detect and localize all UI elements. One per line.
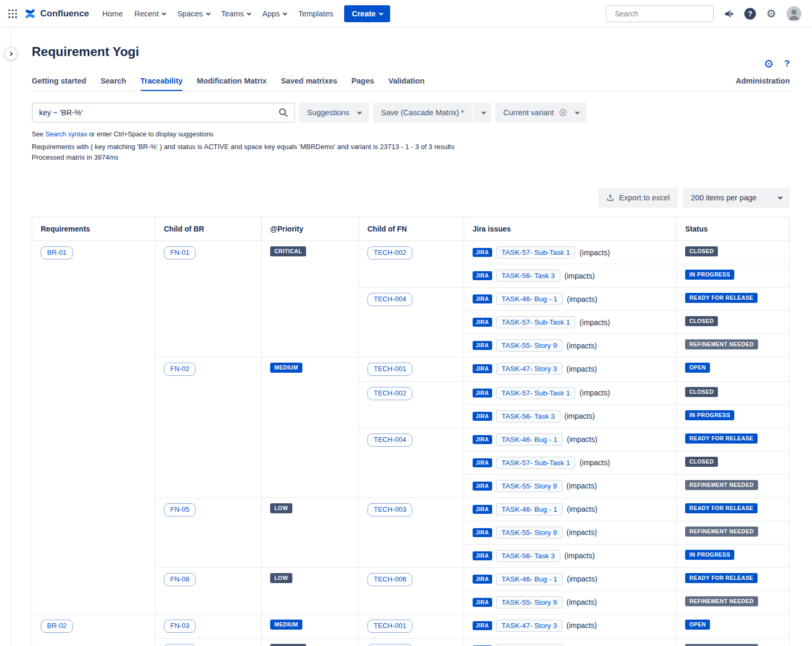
jira-badge: JIRA bbox=[473, 389, 492, 398]
jira-issue-link[interactable]: TASK-46- Bug - 1 bbox=[496, 293, 563, 305]
requirement-link[interactable]: TECH-006 bbox=[367, 573, 412, 586]
jira-issue-link[interactable]: TASK-57- Sub-Task 1 bbox=[496, 457, 576, 469]
table-header-row: RequirementsChild of BR@PriorityChild of… bbox=[32, 217, 790, 241]
requirement-link[interactable]: TECH-001 bbox=[367, 620, 412, 633]
processed-time: Processed matrix in 3874ms bbox=[32, 153, 790, 161]
impacts-label: (impacts) bbox=[579, 248, 610, 257]
jira-issue-link[interactable]: TASK-56- Task 3 bbox=[496, 410, 560, 422]
jira-issue-link[interactable]: TASK-46- Bug - 1 bbox=[496, 573, 563, 585]
jira-badge: JIRA bbox=[473, 528, 492, 537]
requirement-link[interactable]: TECH-003 bbox=[367, 503, 412, 516]
jira-issue-link[interactable]: TASK-55- Story 9 bbox=[496, 596, 562, 608]
tab-pages[interactable]: Pages bbox=[352, 77, 374, 91]
nav-item-spaces[interactable]: Spaces bbox=[171, 5, 215, 22]
jira-issue-link[interactable]: TASK-55- Story 9 bbox=[496, 644, 562, 646]
status-badge-cell: REFINEMENT NEEDED bbox=[677, 334, 790, 357]
chevron-down-icon bbox=[206, 11, 210, 15]
jira-issue-link[interactable]: TASK-55- Story 9 bbox=[496, 339, 562, 352]
primary-nav: HomeRecentSpacesTeamsAppsTemplates bbox=[97, 5, 339, 22]
global-search-input[interactable] bbox=[615, 10, 710, 18]
tab-search[interactable]: Search bbox=[100, 77, 126, 91]
matrix-help-icon[interactable]: ? bbox=[785, 59, 790, 69]
settings-gear-icon[interactable]: ⚙ bbox=[764, 6, 779, 21]
jira-issue-link[interactable]: TASK-57- Sub-Task 1 bbox=[496, 246, 576, 259]
status-badge-cell: READY FOR RELEASE bbox=[677, 497, 790, 521]
requirement-link[interactable]: TECH-004 bbox=[367, 293, 412, 306]
sidebar-expand-button[interactable] bbox=[4, 47, 17, 60]
global-search[interactable] bbox=[606, 5, 714, 22]
priority-badge-cell: MEDIUM bbox=[262, 614, 359, 638]
nav-item-recent[interactable]: Recent bbox=[128, 5, 171, 22]
status-badge-cell: READY FOR RELEASE bbox=[677, 288, 790, 311]
tab-traceability[interactable]: Traceability bbox=[141, 77, 183, 91]
items-per-page-select[interactable]: 200 items per page bbox=[683, 188, 790, 208]
requirement-link[interactable]: FN-03 bbox=[164, 620, 196, 633]
requirement-link[interactable]: FN-08 bbox=[164, 573, 196, 586]
nav-item-teams[interactable]: Teams bbox=[216, 5, 257, 22]
jira-issue-link[interactable]: TASK-56- Task 3 bbox=[496, 270, 560, 282]
nav-item-templates[interactable]: Templates bbox=[292, 5, 339, 22]
requirement-link[interactable]: TECH-007 bbox=[367, 644, 412, 646]
confluence-logo[interactable]: Confluence bbox=[23, 7, 89, 21]
requirement-link[interactable]: FN-05 bbox=[164, 503, 196, 516]
clear-variant-icon[interactable] bbox=[559, 108, 567, 117]
tab-getting-started[interactable]: Getting started bbox=[32, 77, 86, 91]
jira-issue-link[interactable]: TASK-55- Story 9 bbox=[496, 527, 562, 539]
requirement-link[interactable]: FN-01 bbox=[164, 246, 196, 260]
save-cascade-matrix-button[interactable]: Save (Cascade Matrix) * bbox=[373, 103, 472, 123]
requirement-link[interactable]: FN-04 bbox=[164, 644, 196, 646]
result-summary: Requirements with ( key matching 'BR-%' … bbox=[32, 143, 790, 151]
status-badge-cell: READY FOR RELEASE bbox=[677, 567, 790, 590]
query-input[interactable] bbox=[39, 108, 278, 117]
query-box bbox=[32, 103, 295, 123]
requirement-link[interactable]: TECH-002 bbox=[367, 246, 412, 260]
module-tabs: Getting startedSearchTraceabilityModific… bbox=[32, 77, 790, 91]
impacts-label: (impacts) bbox=[565, 551, 595, 560]
suggestions-button[interactable]: Suggestions bbox=[299, 103, 369, 123]
column-header--priority: @Priority bbox=[262, 217, 359, 241]
requirement-link[interactable]: TECH-002 bbox=[367, 387, 412, 400]
export-to-excel-button[interactable]: Export to excel bbox=[598, 188, 678, 208]
requirement-link[interactable]: BR-01 bbox=[41, 246, 73, 260]
impacts-label: (impacts) bbox=[567, 482, 597, 490]
jira-badge: JIRA bbox=[473, 248, 492, 257]
jira-issue-link[interactable]: TASK-47- Story 3 bbox=[496, 620, 562, 632]
requirement-cell: BR-02 bbox=[32, 614, 155, 646]
nav-item-home[interactable]: Home bbox=[97, 5, 129, 22]
create-button[interactable]: Create bbox=[344, 5, 390, 22]
matrix-settings-gear-icon[interactable]: ⚙ bbox=[764, 58, 774, 69]
help-icon[interactable]: ? bbox=[744, 8, 756, 20]
requirement-link[interactable]: TECH-001 bbox=[367, 363, 412, 376]
priority-badge-cell: LOW bbox=[262, 497, 359, 567]
run-search-icon[interactable] bbox=[278, 107, 289, 118]
jira-issue-link[interactable]: TASK-57- Sub-Task 1 bbox=[496, 316, 576, 328]
nav-item-apps[interactable]: Apps bbox=[256, 5, 292, 22]
save-dropdown-button[interactable] bbox=[473, 103, 491, 123]
requirement-cell: TECH-002 bbox=[359, 381, 464, 428]
jira-issue-link[interactable]: TASK-55- Story 9 bbox=[496, 480, 562, 492]
jira-issue-link[interactable]: TASK-57- Sub-Task 1 bbox=[496, 387, 576, 399]
requirement-cell: TECH-007 bbox=[359, 638, 464, 646]
jira-issue-link[interactable]: TASK-46- Bug - 1 bbox=[496, 503, 563, 515]
announcements-megaphone-icon[interactable] bbox=[722, 6, 736, 21]
tab-administration[interactable]: Administration bbox=[736, 77, 790, 91]
tab-saved-matrixes[interactable]: Saved matrixes bbox=[281, 77, 337, 91]
requirement-cell: FN-02 bbox=[155, 357, 262, 498]
requirement-link[interactable]: FN-02 bbox=[164, 363, 196, 376]
chevron-down-icon bbox=[283, 11, 287, 15]
search-syntax-link[interactable]: Search syntax bbox=[45, 131, 87, 138]
requirement-link[interactable]: TECH-004 bbox=[367, 433, 412, 447]
jira-issue-link[interactable]: TASK-46- Bug - 1 bbox=[496, 433, 563, 446]
impacts-label: (impacts) bbox=[567, 365, 597, 373]
jira-badge: JIRA bbox=[473, 318, 492, 327]
current-variant-button[interactable]: Current variant bbox=[495, 103, 587, 123]
requirement-link[interactable]: BR-02 bbox=[41, 620, 73, 633]
avatar[interactable] bbox=[787, 6, 801, 21]
jira-issue-link[interactable]: TASK-56- Task 3 bbox=[496, 550, 560, 562]
tab-validation[interactable]: Validation bbox=[389, 77, 425, 91]
status-badge-cell: IN PROGRESS bbox=[677, 404, 790, 428]
jira-issue-link[interactable]: TASK-47- Story 3 bbox=[496, 363, 562, 375]
app-switcher-icon[interactable] bbox=[5, 6, 20, 21]
tab-modification-matrix[interactable]: Modification Matrix bbox=[197, 77, 266, 91]
impacts-label: (impacts) bbox=[567, 575, 597, 583]
